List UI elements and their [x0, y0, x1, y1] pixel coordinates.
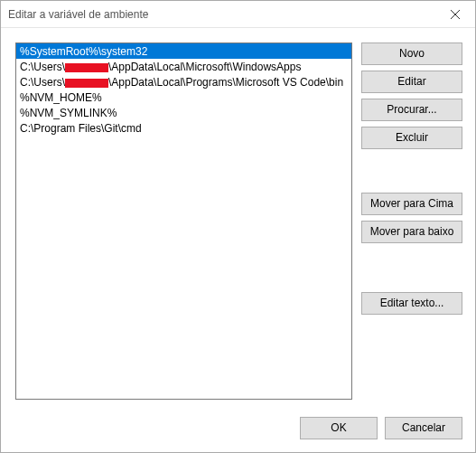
cancel-button[interactable]: Cancelar [385, 417, 462, 439]
path-suffix: \AppData\Local\Programs\Microsoft VS Cod… [108, 76, 343, 89]
path-suffix: \AppData\Local\Microsoft\WindowsApps [108, 61, 301, 73]
redacted-username [65, 79, 108, 88]
path-listbox[interactable]: %SystemRoot%\system32 C:\Users\\AppData\… [15, 42, 352, 400]
path-text: %SystemRoot%\system32 [20, 45, 147, 58]
path-text: C:\Program Files\Git\cmd [20, 122, 142, 135]
browse-button[interactable]: Procurar... [361, 99, 462, 121]
list-item[interactable]: %NVM_SYMLINK% [16, 105, 351, 120]
spacer [361, 249, 462, 287]
spacer [361, 155, 462, 187]
new-button[interactable]: Novo [361, 42, 462, 65]
move-up-button[interactable]: Mover para Cima [361, 193, 462, 215]
side-button-panel: Novo Editar Procurar... Excluir Mover pa… [361, 42, 462, 406]
close-button[interactable] [434, 1, 475, 27]
window-title: Editar a variável de ambiente [8, 8, 148, 21]
dialog-footer: OK Cancelar [1, 406, 475, 452]
list-item[interactable]: C:\Users\\AppData\Local\Programs\Microso… [16, 74, 351, 90]
path-text: %NVM_SYMLINK% [20, 107, 117, 119]
close-icon [451, 10, 460, 19]
path-prefix: C:\Users\ [20, 76, 65, 89]
list-item[interactable]: C:\Users\\AppData\Local\Microsoft\Window… [16, 59, 351, 74]
list-item[interactable]: C:\Program Files\Git\cmd [16, 120, 351, 136]
dialog-content: %SystemRoot%\system32 C:\Users\\AppData\… [1, 28, 475, 406]
move-down-button[interactable]: Mover para baixo [361, 221, 462, 243]
ok-button[interactable]: OK [300, 417, 378, 439]
edit-button[interactable]: Editar [361, 71, 462, 93]
path-prefix: C:\Users\ [20, 61, 65, 73]
titlebar: Editar a variável de ambiente [1, 1, 475, 28]
list-item[interactable]: %SystemRoot%\system32 [16, 43, 351, 59]
redacted-username [65, 63, 108, 72]
dialog-window: Editar a variável de ambiente %SystemRoo… [0, 0, 476, 453]
edit-text-button[interactable]: Editar texto... [361, 292, 462, 315]
list-item[interactable]: %NVM_HOME% [16, 90, 351, 105]
delete-button[interactable]: Excluir [361, 127, 462, 149]
path-text: %NVM_HOME% [20, 91, 102, 104]
